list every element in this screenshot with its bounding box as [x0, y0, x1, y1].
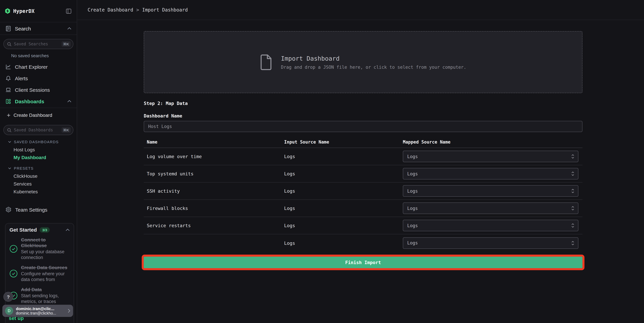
app-window: HyperDX Search Saved Searches ⌘K No save…: [0, 0, 644, 323]
chevron-right-icon: [68, 309, 70, 313]
sidebar: HyperDX Search Saved Searches ⌘K No save…: [0, 0, 77, 323]
finish-import-button[interactable]: Finish Import: [144, 257, 582, 268]
saved-dashboard-my-dashboard[interactable]: My Dashboard: [0, 154, 77, 162]
mapped-source-value: Logs: [407, 188, 571, 193]
search-section-label: Search: [15, 26, 67, 31]
table-row: Firewall blocks Logs Logs: [144, 200, 582, 217]
chevron-down-icon: [8, 141, 11, 143]
search-section-header[interactable]: Search: [0, 22, 77, 35]
saved-dashboards-list: Host Logs My Dashboard: [0, 146, 77, 162]
gear-icon: [6, 206, 12, 213]
sidebar-item-client-sessions[interactable]: Client Sessions: [0, 84, 77, 96]
chart-icon: [6, 64, 11, 70]
mapping-table: Name Input Source Name Mapped Source Nam…: [144, 137, 582, 251]
chevron-up-icon: [67, 100, 71, 103]
sidebar-item-alerts[interactable]: Alerts: [0, 73, 77, 84]
row-name: SSH activity: [147, 188, 284, 194]
mapping-rows: Log volume over time Logs Logs Top syste…: [144, 148, 582, 251]
json-dropzone[interactable]: Import Dashboard Drag and drop a JSON fi…: [144, 31, 582, 93]
help-button[interactable]: ?: [4, 292, 13, 302]
avatar: D: [5, 307, 13, 315]
import-content: Import Dashboard Drag and drop a JSON fi…: [144, 20, 582, 268]
breadcrumb-import-dashboard[interactable]: Import Dashboard: [142, 7, 188, 13]
get-started-header[interactable]: Get Started 3/3: [10, 227, 70, 233]
sidebar-item-dashboards[interactable]: Dashboards: [0, 96, 77, 107]
row-input-source: Logs: [284, 188, 403, 194]
dropzone-text: Import Dashboard Drag and drop a JSON fi…: [281, 55, 466, 70]
mapped-source-select[interactable]: Logs: [403, 202, 578, 214]
breadcrumb-separator: >: [136, 7, 139, 13]
dashboard-name-label: Dashboard Name: [144, 113, 582, 119]
mapped-source-value: Logs: [407, 240, 571, 245]
get-started-step-connect[interactable]: Connect to ClickHouse Set up your databa…: [10, 237, 70, 260]
mapped-source-select[interactable]: Logs: [403, 168, 578, 179]
chevron-up-icon: [66, 228, 70, 231]
account-info: dominic.tran@clic... dominic.tran@clickh…: [16, 306, 68, 315]
get-started-step-sources[interactable]: Create Data Sources Configure where your…: [10, 265, 70, 282]
row-input-source: Logs: [284, 171, 403, 176]
mapped-source-value: Logs: [407, 171, 571, 176]
row-input-source: Logs: [284, 154, 403, 159]
plus-icon: [7, 113, 10, 117]
breadcrumb-create-dashboard[interactable]: Create Dashboard: [88, 7, 133, 13]
search-icon: [7, 42, 12, 46]
main-area: Create Dashboard>Import Dashboard Import…: [78, 0, 644, 323]
select-chevrons-icon: [571, 154, 575, 159]
sidebar-item-label: Dashboards: [15, 98, 67, 104]
table-row: Logs Logs: [144, 234, 582, 251]
get-started-title: Get Started: [10, 227, 37, 233]
preset-clickhouse[interactable]: ClickHouse: [0, 172, 77, 180]
mapped-source-value: Logs: [407, 154, 571, 159]
step-title: Step 2: Map Data: [144, 101, 582, 106]
saved-dashboards-placeholder: Saved Dashboards: [14, 128, 59, 132]
logo-row: HyperDX: [0, 0, 77, 22]
row-name: Firewall blocks: [147, 205, 284, 211]
team-settings-label: Team Settings: [15, 207, 47, 212]
column-header-name: Name: [147, 140, 284, 145]
table-row: SSH activity Logs Logs: [144, 182, 582, 200]
dropzone-subtitle: Drag and drop a JSON file here, or click…: [281, 65, 466, 70]
table-row: Top systemd units Logs Logs: [144, 165, 582, 182]
breadcrumb: Create Dashboard>Import Dashboard: [88, 7, 188, 13]
select-chevrons-icon: [571, 171, 575, 176]
saved-searches-placeholder: Saved Searches: [14, 42, 59, 46]
select-chevrons-icon: [571, 188, 575, 194]
mapped-source-select[interactable]: Logs: [403, 151, 578, 162]
sidebar-nav: Chart Explorer Alerts Client Sessions: [0, 61, 77, 108]
no-saved-searches-note: No saved searches: [11, 53, 77, 58]
mapped-source-select[interactable]: Logs: [403, 185, 578, 197]
collapse-sidebar-icon[interactable]: [65, 8, 72, 15]
preset-kubernetes[interactable]: Kubernetes: [0, 188, 77, 196]
shortcut-badge: ⌘K: [62, 127, 71, 133]
mapped-source-select[interactable]: Logs: [403, 237, 578, 249]
preset-services[interactable]: Services: [0, 180, 77, 188]
mapped-source-value: Logs: [407, 223, 571, 228]
sidebar-item-chart-explorer[interactable]: Chart Explorer: [0, 61, 77, 73]
row-name: Service restarts: [147, 223, 284, 228]
team-settings-item[interactable]: Team Settings: [0, 204, 77, 215]
column-header-input-source: Input Source Name: [284, 140, 403, 145]
create-dashboard-label: Create Dashboard: [14, 112, 52, 118]
saved-dashboard-host-logs[interactable]: Host Logs: [0, 146, 77, 154]
mapped-source-select[interactable]: Logs: [403, 220, 578, 231]
account-name: dominic.tran@clic...: [16, 306, 68, 311]
presets-list: ClickHouse Services Kubernetes: [0, 172, 77, 196]
hyperdx-logo-icon: [5, 8, 10, 14]
column-header-mapped-source: Mapped Source Name: [403, 140, 582, 145]
saved-dashboards-header[interactable]: SAVED DASHBOARDS: [8, 140, 77, 144]
top-bar: Create Dashboard>Import Dashboard: [78, 0, 644, 20]
get-started-step-add-data[interactable]: Add Data Start sending logs, metrics, or…: [10, 287, 70, 304]
account-card[interactable]: D dominic.tran@clic... dominic.tran@clic…: [2, 305, 73, 317]
select-chevrons-icon: [571, 205, 575, 211]
saved-searches-input[interactable]: Saved Searches ⌘K: [4, 39, 74, 49]
check-circle-icon: [10, 269, 18, 278]
saved-dashboards-input[interactable]: Saved Dashboards ⌘K: [4, 125, 74, 135]
row-name: Log volume over time: [147, 154, 284, 159]
select-chevrons-icon: [571, 223, 575, 228]
row-input-source: Logs: [284, 223, 403, 228]
file-icon: [260, 54, 272, 70]
mapped-source-value: Logs: [407, 206, 571, 211]
presets-header[interactable]: PRESETS: [8, 166, 77, 170]
create-dashboard-button[interactable]: Create Dashboard: [0, 109, 77, 121]
dashboard-name-input[interactable]: [144, 121, 582, 132]
